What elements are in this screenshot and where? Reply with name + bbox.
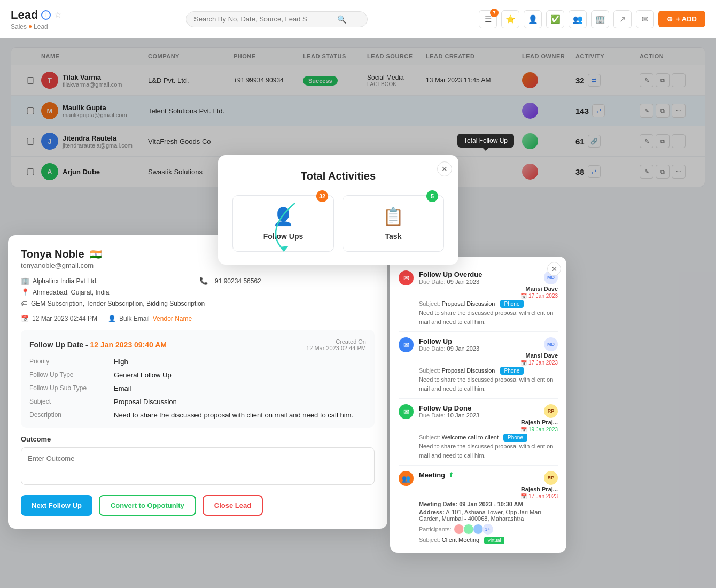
group-btn[interactable]: 👥 <box>569 10 587 28</box>
meta-row: 📅 12 Mar 2023 02:44 PM 👤 Bulk Email Vend… <box>21 315 375 322</box>
subject-label: Subject <box>29 398 110 406</box>
followup-subtype-value: Email <box>114 384 366 392</box>
description-value: Need to share the discussed proposal wit… <box>114 411 366 419</box>
contact-info-grid: 🏢 Alphalinx India Pvt Ltd. 📞 +91 90234 5… <box>21 277 375 307</box>
breadcrumb: Sales Lead <box>11 23 75 30</box>
followup-subtype-label: Follow Up Sub Type <box>29 384 110 392</box>
popup-close-button[interactable]: ✕ <box>437 161 452 176</box>
meeting-date-row: Meeting Date: 09 Jan 2023 - 10:30 AM <box>419 501 558 507</box>
outcome-input[interactable] <box>21 447 375 485</box>
subject-value: Proposal Discussion <box>114 398 366 406</box>
close-lead-button[interactable]: Close Lead <box>203 495 263 516</box>
tags-icon: 🏷 <box>21 299 28 307</box>
phone-info: 📞 +91 90234 56562 <box>199 277 375 285</box>
assignee-info: RP Rajesh Praj... 📅 17 Jan 2023 <box>520 471 558 499</box>
outcome-section: Outcome <box>21 435 375 486</box>
export-btn[interactable]: ↗ <box>613 10 632 28</box>
company-info: 🏢 Alphalinx India Pvt Ltd. <box>21 277 196 285</box>
phone-icon: 📞 <box>199 277 208 285</box>
followup-item: ✉ Follow Up Due Date: 09 Jan 2023 MD Man… <box>399 332 558 399</box>
meeting-subject-row: Subject: Client Meeting Virtual <box>419 537 558 543</box>
search-input[interactable] <box>194 15 333 23</box>
followup-status-label: Follow Up <box>419 337 479 345</box>
created-on-value: 12 Mar 2023 02:44 PM <box>306 345 366 351</box>
status-indicator: ✉ <box>399 404 414 419</box>
created-on-label: Created On <box>306 338 366 345</box>
calendar-icon: 📅 <box>21 315 29 322</box>
meta-vendor: Vendor Name <box>153 315 192 322</box>
location-value: Ahmedabad, Gujarat, India <box>33 289 109 296</box>
tags-info: 🏷 GEM Subscription, Tender Subscription,… <box>21 299 375 307</box>
status-indicator: ✉ <box>399 337 414 352</box>
filter-btn[interactable]: ☰ 7 <box>479 10 497 28</box>
mail-btn[interactable]: ✉ <box>636 10 654 28</box>
status-indicator: ✉ <box>399 270 414 285</box>
followup-section: Follow Up Date - 12 Jan 2023 09:40 AM Cr… <box>21 330 375 428</box>
followup-date-label: Follow Up Date - 12 Jan 2023 09:40 AM <box>29 341 167 349</box>
followup-due-date: Due Date: 09 Jan 2023 <box>419 345 479 352</box>
info-icon[interactable]: i <box>41 10 51 20</box>
task-card[interactable]: 5 📋 Task <box>343 195 444 252</box>
panel-close-button[interactable]: ✕ <box>547 262 561 276</box>
followup-status-label: Follow Up Overdue <box>419 270 482 278</box>
search-icon: 🔍 <box>337 15 346 24</box>
meta-datetime: 12 Mar 2023 02:44 PM <box>32 315 97 322</box>
follow-ups-icon: 👤 <box>273 206 294 227</box>
search-container: 🔍 <box>186 11 368 27</box>
nav-title: Lead <box>11 8 38 22</box>
nav-search: 🔍 <box>75 11 479 27</box>
nav-actions: ☰ 7 ⭐ 👤 ✅ 👥 🏢 ↗ ✉ ⊕ + ADD <box>479 10 705 28</box>
team-btn[interactable]: 🏢 <box>591 10 609 28</box>
close-lead-label: Close Lead <box>214 501 251 509</box>
followup-due-date: Due Date: 09 Jan 2023 <box>419 278 482 285</box>
followup-subject-row: Subject: Welcome call to client Phone <box>419 434 558 440</box>
location-info: 📍 Ahmedabad, Gujarat, India <box>21 288 196 296</box>
contact-name: Tonya Noble <box>21 248 84 260</box>
task-label: Task <box>385 232 402 241</box>
meeting-address-row: Address: A-101, Ashiana Tower, Opp Jari … <box>419 509 558 522</box>
lead-detail-panel: Tonya Noble 🇮🇳 tonyanoble@gmail.com 🏢 Al… <box>8 235 387 529</box>
building-icon: 🏢 <box>21 277 29 285</box>
location-icon: 📍 <box>21 288 29 296</box>
followup-date-value: 12 Jan 2023 09:40 AM <box>90 341 167 349</box>
filter-badge: 7 <box>490 9 499 17</box>
main-area: NAME COMPANY PHONE LEAD STATUS LEAD SOUR… <box>0 38 716 588</box>
followup-item: 👥 Meeting ⬆ RP Rajesh Praj... 📅 17 Jan 2… <box>399 466 558 548</box>
next-followup-button[interactable]: Next Follow Up <box>21 495 92 516</box>
add-label: + ADD <box>676 15 697 23</box>
tags-value: GEM Subscription, Tender Subscription, B… <box>31 300 205 307</box>
add-button[interactable]: ⊕ + ADD <box>658 11 705 27</box>
followup-subject-row: Subject: Proposal Discussion Phone <box>419 367 558 374</box>
activity-cards-row: 32 👤 Follow Ups 5 📋 Task <box>231 195 446 252</box>
convert-button[interactable]: Convert to Oppotunity <box>99 495 196 516</box>
task-badge: 5 <box>426 190 438 202</box>
next-followup-label: Next Follow Up <box>32 501 82 509</box>
participant-1 <box>454 524 464 535</box>
star-icon[interactable]: ☆ <box>54 10 61 20</box>
more-participants: 3+ <box>482 524 493 535</box>
followup-desc: Need to share the discussed proposal wit… <box>419 375 558 393</box>
task-icon: 📋 <box>383 206 404 227</box>
panel-actions: Next Follow Up Convert to Oppotunity Clo… <box>21 495 375 516</box>
followup-type-label: Follow Up Type <box>29 371 110 379</box>
star-btn[interactable]: ⭐ <box>501 10 519 28</box>
company-value: Alphalinx India Pvt Ltd. <box>33 277 98 285</box>
followup-item: ✉ Follow Up Overdue Due Date: 09 Jan 202… <box>399 265 558 332</box>
followup-due-date: Due Date: 10 Jan 2023 <box>419 412 479 419</box>
follow-ups-card[interactable]: 32 👤 Follow Ups <box>232 195 334 252</box>
check-btn[interactable]: ✅ <box>546 10 564 28</box>
description-label: Description <box>29 411 110 419</box>
status-indicator: 👥 <box>399 471 414 486</box>
meta-source: Bulk Email <box>119 315 150 322</box>
followup-status-label: Follow Up Done <box>419 404 479 412</box>
convert-label: Convert to Oppotunity <box>111 501 184 509</box>
participant-3 <box>473 524 484 535</box>
person-btn[interactable]: 👤 <box>524 10 542 28</box>
followup-item: ✉ Follow Up Done Due Date: 10 Jan 2023 R… <box>399 399 558 466</box>
nav-left: Lead i ☆ Sales Lead <box>11 8 75 30</box>
followup-subject-row: Subject: Proposal Discussion Phone <box>419 300 558 307</box>
tooltip-box: Total Follow Up <box>457 134 514 148</box>
tooltip-arrow <box>482 148 489 151</box>
source-icon: 👤 <box>108 315 116 322</box>
outcome-label: Outcome <box>21 435 375 443</box>
